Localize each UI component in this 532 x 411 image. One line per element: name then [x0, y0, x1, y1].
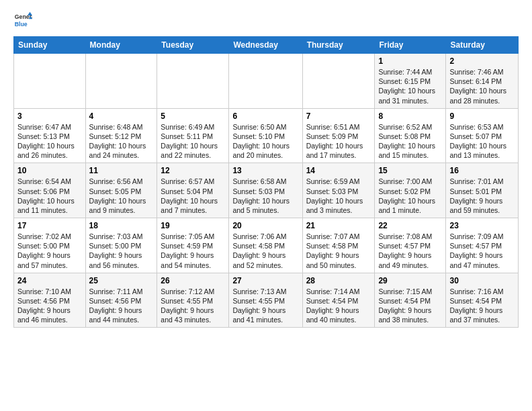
cell-text: Sunrise: 6:58 AM Sunset: 5:03 PM Dayligh…: [232, 177, 298, 215]
day-number: 29: [378, 276, 442, 285]
cell-text: Sunrise: 6:50 AM Sunset: 5:10 PM Dayligh…: [232, 122, 298, 161]
calendar-cell: 16Sunrise: 7:01 AM Sunset: 5:01 PM Dayli…: [446, 163, 519, 218]
cell-text: Sunrise: 6:56 AM Sunset: 5:05 PM Dayligh…: [89, 177, 154, 215]
cell-text: Sunrise: 7:13 AM Sunset: 4:55 PM Dayligh…: [232, 287, 298, 325]
cell-text: Sunrise: 6:51 AM Sunset: 5:09 PM Dayligh…: [306, 122, 371, 161]
weekday-header-row: SundayMondayTuesdayWednesdayThursdayFrid…: [14, 37, 519, 54]
weekday-header-monday: Monday: [85, 37, 157, 54]
calendar-cell: 8Sunrise: 6:52 AM Sunset: 5:08 PM Daylig…: [375, 108, 446, 163]
week-row-3: 10Sunrise: 6:54 AM Sunset: 5:06 PM Dayli…: [14, 163, 519, 218]
calendar-cell: [229, 54, 302, 109]
logo-icon: General Blue: [13, 11, 32, 30]
calendar-cell: 12Sunrise: 6:57 AM Sunset: 5:04 PM Dayli…: [157, 163, 229, 218]
day-number: 13: [232, 166, 298, 175]
day-number: 19: [161, 221, 225, 230]
calendar-body: 1Sunrise: 7:44 AM Sunset: 6:15 PM Daylig…: [14, 54, 519, 328]
day-number: 3: [17, 111, 82, 121]
calendar-cell: 22Sunrise: 7:08 AM Sunset: 4:57 PM Dayli…: [375, 218, 446, 273]
calendar-cell: [85, 54, 157, 109]
day-number: 30: [449, 276, 515, 285]
cell-text: Sunrise: 7:09 AM Sunset: 4:57 PM Dayligh…: [449, 232, 515, 270]
week-row-4: 17Sunrise: 7:02 AM Sunset: 5:00 PM Dayli…: [14, 218, 519, 273]
cell-text: Sunrise: 7:08 AM Sunset: 4:57 PM Dayligh…: [378, 232, 442, 270]
day-number: 28: [306, 276, 371, 285]
calendar-cell: 26Sunrise: 7:12 AM Sunset: 4:55 PM Dayli…: [157, 273, 229, 328]
calendar-cell: 3Sunrise: 6:47 AM Sunset: 5:13 PM Daylig…: [14, 108, 86, 163]
day-number: 24: [17, 276, 82, 285]
day-number: 4: [89, 111, 154, 121]
calendar-cell: 27Sunrise: 7:13 AM Sunset: 4:55 PM Dayli…: [229, 273, 302, 328]
calendar-cell: 11Sunrise: 6:56 AM Sunset: 5:05 PM Dayli…: [85, 163, 157, 218]
day-number: 27: [232, 276, 298, 285]
calendar-table: SundayMondayTuesdayWednesdayThursdayFrid…: [13, 36, 519, 328]
week-row-2: 3Sunrise: 6:47 AM Sunset: 5:13 PM Daylig…: [14, 108, 519, 163]
cell-text: Sunrise: 6:57 AM Sunset: 5:04 PM Dayligh…: [161, 177, 225, 215]
calendar-cell: 4Sunrise: 6:48 AM Sunset: 5:12 PM Daylig…: [85, 108, 157, 163]
header: General Blue: [13, 11, 519, 30]
week-row-5: 24Sunrise: 7:10 AM Sunset: 4:56 PM Dayli…: [14, 273, 519, 328]
day-number: 2: [449, 56, 515, 66]
calendar-cell: 20Sunrise: 7:06 AM Sunset: 4:58 PM Dayli…: [229, 218, 302, 273]
weekday-header-tuesday: Tuesday: [157, 37, 229, 54]
calendar-cell: [14, 54, 86, 109]
weekday-header-saturday: Saturday: [446, 37, 519, 54]
cell-text: Sunrise: 7:11 AM Sunset: 4:56 PM Dayligh…: [89, 287, 154, 325]
cell-text: Sunrise: 7:10 AM Sunset: 4:56 PM Dayligh…: [17, 287, 82, 325]
calendar-cell: [157, 54, 229, 109]
logo: General Blue: [13, 11, 35, 30]
cell-text: Sunrise: 7:00 AM Sunset: 5:02 PM Dayligh…: [378, 177, 442, 215]
weekday-header-wednesday: Wednesday: [229, 37, 302, 54]
calendar-cell: 2Sunrise: 7:46 AM Sunset: 6:14 PM Daylig…: [446, 54, 519, 109]
calendar-cell: 7Sunrise: 6:51 AM Sunset: 5:09 PM Daylig…: [302, 108, 375, 163]
calendar-cell: 5Sunrise: 6:49 AM Sunset: 5:11 PM Daylig…: [157, 108, 229, 163]
day-number: 22: [378, 221, 442, 230]
calendar-cell: 6Sunrise: 6:50 AM Sunset: 5:10 PM Daylig…: [229, 108, 302, 163]
calendar-cell: 1Sunrise: 7:44 AM Sunset: 6:15 PM Daylig…: [375, 54, 446, 109]
cell-text: Sunrise: 7:12 AM Sunset: 4:55 PM Dayligh…: [161, 287, 225, 325]
calendar-cell: 28Sunrise: 7:14 AM Sunset: 4:54 PM Dayli…: [302, 273, 375, 328]
cell-text: Sunrise: 7:16 AM Sunset: 4:54 PM Dayligh…: [449, 287, 515, 325]
cell-text: Sunrise: 6:54 AM Sunset: 5:06 PM Dayligh…: [17, 177, 82, 215]
day-number: 18: [89, 221, 154, 230]
calendar-cell: 19Sunrise: 7:05 AM Sunset: 4:59 PM Dayli…: [157, 218, 229, 273]
day-number: 25: [89, 276, 154, 285]
calendar-cell: 10Sunrise: 6:54 AM Sunset: 5:06 PM Dayli…: [14, 163, 86, 218]
day-number: 11: [89, 166, 154, 175]
cell-text: Sunrise: 6:48 AM Sunset: 5:12 PM Dayligh…: [89, 122, 154, 161]
weekday-header-sunday: Sunday: [14, 37, 86, 54]
day-number: 6: [232, 111, 298, 121]
day-number: 7: [306, 111, 371, 121]
cell-text: Sunrise: 6:59 AM Sunset: 5:03 PM Dayligh…: [306, 177, 371, 215]
day-number: 1: [378, 56, 442, 66]
cell-text: Sunrise: 6:49 AM Sunset: 5:11 PM Dayligh…: [161, 122, 225, 161]
day-number: 17: [17, 221, 82, 230]
calendar-cell: 29Sunrise: 7:15 AM Sunset: 4:54 PM Dayli…: [375, 273, 446, 328]
svg-text:Blue: Blue: [15, 21, 28, 28]
day-number: 9: [449, 111, 515, 121]
cell-text: Sunrise: 6:53 AM Sunset: 5:07 PM Dayligh…: [449, 122, 515, 161]
calendar-cell: 15Sunrise: 7:00 AM Sunset: 5:02 PM Dayli…: [375, 163, 446, 218]
day-number: 15: [378, 166, 442, 175]
day-number: 14: [306, 166, 371, 175]
calendar-cell: 30Sunrise: 7:16 AM Sunset: 4:54 PM Dayli…: [446, 273, 519, 328]
calendar-cell: [302, 54, 375, 109]
calendar-cell: 13Sunrise: 6:58 AM Sunset: 5:03 PM Dayli…: [229, 163, 302, 218]
day-number: 16: [449, 166, 515, 175]
weekday-header-friday: Friday: [375, 37, 446, 54]
cell-text: Sunrise: 7:05 AM Sunset: 4:59 PM Dayligh…: [161, 232, 225, 270]
week-row-1: 1Sunrise: 7:44 AM Sunset: 6:15 PM Daylig…: [14, 54, 519, 109]
day-number: 20: [232, 221, 298, 230]
calendar-cell: 23Sunrise: 7:09 AM Sunset: 4:57 PM Dayli…: [446, 218, 519, 273]
cell-text: Sunrise: 7:01 AM Sunset: 5:01 PM Dayligh…: [449, 177, 515, 215]
cell-text: Sunrise: 6:47 AM Sunset: 5:13 PM Dayligh…: [17, 122, 82, 161]
cell-text: Sunrise: 7:03 AM Sunset: 5:00 PM Dayligh…: [89, 232, 154, 270]
cell-text: Sunrise: 7:46 AM Sunset: 6:14 PM Dayligh…: [449, 67, 515, 105]
calendar-cell: 25Sunrise: 7:11 AM Sunset: 4:56 PM Dayli…: [85, 273, 157, 328]
cell-text: Sunrise: 7:44 AM Sunset: 6:15 PM Dayligh…: [378, 67, 442, 105]
calendar-cell: 14Sunrise: 6:59 AM Sunset: 5:03 PM Dayli…: [302, 163, 375, 218]
calendar-cell: 18Sunrise: 7:03 AM Sunset: 5:00 PM Dayli…: [85, 218, 157, 273]
cell-text: Sunrise: 7:06 AM Sunset: 4:58 PM Dayligh…: [232, 232, 298, 270]
day-number: 5: [161, 111, 225, 121]
day-number: 26: [161, 276, 225, 285]
day-number: 23: [449, 221, 515, 230]
